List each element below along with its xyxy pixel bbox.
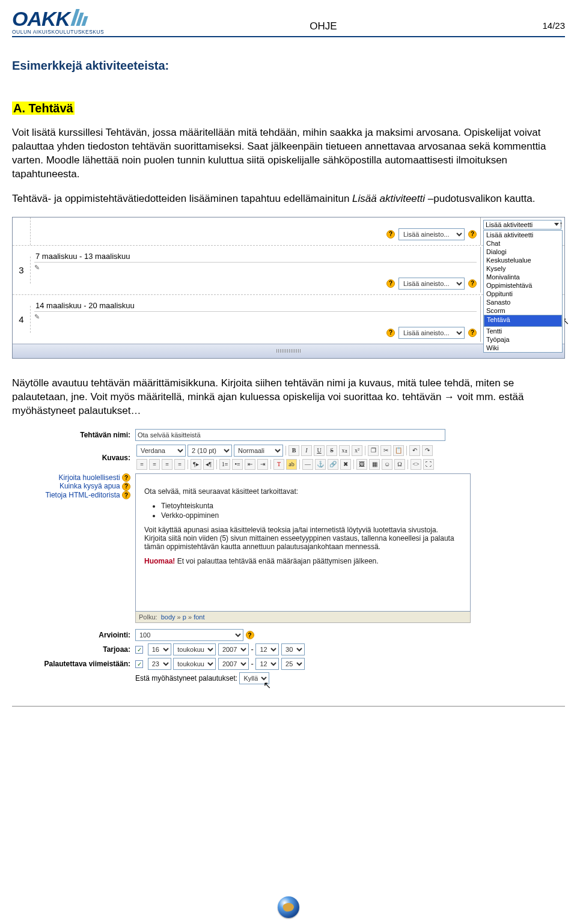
avail-hour-select[interactable]: 12: [255, 643, 279, 655]
dropdown-item[interactable]: Monivalinta: [484, 273, 562, 281]
link-icon[interactable]: 🔗: [328, 459, 338, 470]
week-date-range: 14 maaliskuu - 20 maaliskuu: [34, 300, 477, 312]
due-min-select[interactable]: 25: [281, 658, 305, 670]
help-icon[interactable]: ?: [468, 230, 477, 239]
help-icon[interactable]: ?: [122, 482, 130, 491]
edit-icon[interactable]: ✎: [34, 263, 477, 272]
due-hour-select[interactable]: 12: [255, 658, 279, 670]
superscript-icon[interactable]: x²: [352, 445, 362, 456]
help-icon[interactable]: ?: [386, 279, 395, 288]
dropdown-item[interactable]: Tehtävä: [484, 315, 562, 327]
path-link[interactable]: p: [183, 613, 186, 621]
smiley-icon[interactable]: ☺: [382, 459, 392, 470]
dropdown-item[interactable]: Scorm: [484, 306, 562, 315]
prevent-late-select[interactable]: Kyllä: [239, 672, 269, 684]
label-prevent-late: Estä myöhästyneet palautukset:: [135, 674, 237, 682]
paragraph-3: Näytölle avautuu tehtävän määrittämisikk…: [12, 377, 565, 418]
dropdown-item[interactable]: Kysely: [484, 264, 562, 273]
add-resource-select[interactable]: Lisää aineisto...: [398, 327, 465, 339]
due-year-select[interactable]: 2007: [218, 658, 249, 670]
ltr-icon[interactable]: ¶▸: [191, 459, 201, 470]
html-source-icon[interactable]: <>: [411, 459, 421, 470]
underline-icon[interactable]: U: [314, 445, 325, 456]
due-checkbox[interactable]: ✓: [135, 660, 143, 668]
dropdown-item[interactable]: Wiki: [484, 344, 562, 352]
help-icon[interactable]: ?: [468, 279, 477, 288]
indent-icon[interactable]: ⇥: [257, 459, 268, 470]
help-icon[interactable]: ?: [122, 491, 130, 499]
label-due: Palautettava viimeistään:: [12, 658, 135, 668]
path-link[interactable]: font: [194, 613, 204, 621]
anchor-icon[interactable]: ⚓: [315, 459, 326, 470]
editor-list-item: Tietoyhteiskunta: [161, 502, 462, 510]
help-link[interactable]: Kirjoita huolellisesti: [59, 473, 120, 482]
path-link[interactable]: body: [161, 613, 176, 621]
task-name-input[interactable]: [135, 429, 445, 441]
add-resource-select[interactable]: Lisää aineisto...: [398, 278, 465, 290]
avail-year-select[interactable]: 2007: [218, 643, 249, 655]
strike-icon[interactable]: S: [326, 445, 337, 456]
logo: OAKK OULUN AIKUISKOULUTUSKESKUS: [12, 7, 104, 35]
hr-icon[interactable]: —: [302, 459, 313, 470]
subscript-icon[interactable]: x₂: [339, 445, 350, 456]
justify-icon[interactable]: ≡: [174, 459, 185, 470]
dropdown-item[interactable]: Työpaja: [484, 335, 562, 344]
font-style-select[interactable]: Normaali: [234, 445, 283, 457]
dropdown-item[interactable]: Dialogi: [484, 248, 562, 256]
help-icon[interactable]: ?: [246, 631, 254, 639]
unlink-icon[interactable]: ✖: [340, 459, 351, 470]
screenshot-task-form: Tehtävän nimi: Kuvaus: Verdana 2 (10 pt)…: [12, 429, 565, 684]
paragraph-2: Tehtävä- ja oppimistehtävätiedotteiden l…: [12, 192, 565, 206]
ordered-list-icon[interactable]: 1≡: [219, 459, 230, 470]
dropdown-item[interactable]: Oppitunti: [484, 290, 562, 298]
arrow-up-icon[interactable]: ↑: [559, 220, 563, 228]
rtl-icon[interactable]: ◂¶: [203, 459, 214, 470]
copy-icon[interactable]: ❐: [368, 445, 379, 456]
dropdown-item[interactable]: Sanasto: [484, 298, 562, 306]
splitter-bar[interactable]: [13, 344, 564, 358]
dropdown-item[interactable]: Oppimistehtävä: [484, 281, 562, 290]
align-left-icon[interactable]: ≡: [136, 459, 147, 470]
editor-warning: Huomaa! Et voi palauttaa tehtävää enää m…: [144, 557, 462, 565]
dropdown-item[interactable]: Tentti: [484, 327, 562, 335]
bold-icon[interactable]: B: [288, 445, 299, 456]
outdent-icon[interactable]: ⇤: [245, 459, 255, 470]
align-center-icon[interactable]: ≡: [149, 459, 160, 470]
dropdown-item[interactable]: Keskustelualue: [484, 256, 562, 264]
avail-month-select[interactable]: toukokuu: [173, 643, 216, 655]
avail-day-select[interactable]: 16: [148, 643, 171, 655]
table-icon[interactable]: ▦: [369, 459, 380, 470]
week-number: 4: [13, 306, 31, 333]
edit-icon[interactable]: ✎: [34, 312, 477, 321]
align-right-icon[interactable]: ≡: [162, 459, 172, 470]
cut-icon[interactable]: ✂: [380, 445, 391, 456]
fullscreen-icon[interactable]: ⛶: [423, 459, 434, 470]
font-family-select[interactable]: Verdana: [136, 445, 186, 457]
text-color-icon[interactable]: T: [273, 459, 284, 470]
font-size-select[interactable]: 2 (10 pt): [188, 445, 232, 457]
paste-icon[interactable]: 📋: [393, 445, 404, 456]
help-icon[interactable]: ?: [468, 329, 477, 337]
undo-icon[interactable]: ↶: [409, 445, 420, 456]
help-icon[interactable]: ?: [386, 329, 395, 337]
help-link[interactable]: Kuinka kysyä apua: [60, 482, 120, 490]
help-link[interactable]: Tietoja HTML-editorista: [45, 491, 120, 499]
editor-body[interactable]: Ota selvää, mitä seuraavat käsitteet tar…: [135, 473, 471, 612]
available-checkbox[interactable]: ✓: [135, 646, 143, 654]
bg-color-icon[interactable]: ab: [286, 459, 297, 470]
help-icon[interactable]: ?: [122, 473, 130, 482]
add-activity-dropdown[interactable]: Lisää aktiviteetti Lisää aktiviteettiCha…: [483, 220, 561, 229]
help-icon[interactable]: ?: [386, 230, 395, 239]
due-day-select[interactable]: 23: [148, 658, 171, 670]
special-char-icon[interactable]: Ω: [394, 459, 405, 470]
image-icon[interactable]: 🖼: [356, 459, 367, 470]
unordered-list-icon[interactable]: •≡: [232, 459, 243, 470]
grade-select[interactable]: 100: [135, 629, 243, 641]
due-month-select[interactable]: toukokuu: [173, 658, 216, 670]
dropdown-item[interactable]: Lisää aktiviteetti: [484, 231, 562, 239]
add-resource-select[interactable]: Lisää aineisto...: [398, 228, 465, 240]
avail-min-select[interactable]: 30: [281, 643, 305, 655]
redo-icon[interactable]: ↷: [422, 445, 433, 456]
italic-icon[interactable]: I: [301, 445, 312, 456]
dropdown-item[interactable]: Chat: [484, 239, 562, 248]
